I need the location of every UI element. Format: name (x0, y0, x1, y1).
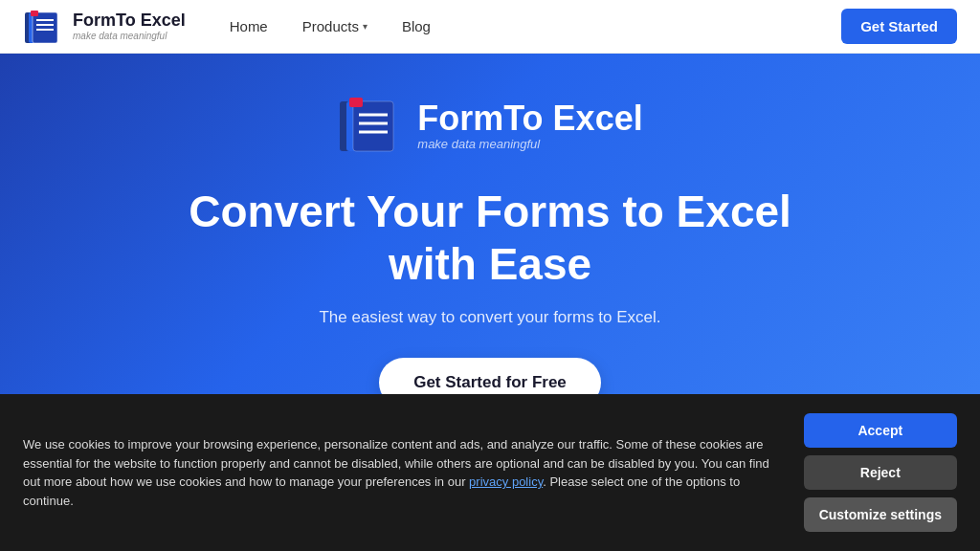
hero-title-line1: Convert Your Forms to Excel (189, 187, 791, 236)
hero-logo-name: FormTo Excel (417, 99, 642, 138)
brand-tagline: make data meaningful (73, 31, 186, 41)
cookie-banner: We use cookies to improve your browsing … (0, 394, 980, 551)
hero-logo: FormTo Excel make data meaningful (337, 92, 642, 159)
nav-home[interactable]: Home (216, 11, 281, 42)
cookie-reject-button[interactable]: Reject (804, 455, 957, 490)
brand-text: FormTo Excel make data meaningful (73, 11, 186, 41)
svg-rect-13 (349, 98, 363, 107)
navbar: FormTo Excel make data meaningful Home P… (0, 0, 980, 54)
cookie-buttons: Accept Reject Customize settings (804, 413, 957, 532)
cookie-customize-button[interactable]: Customize settings (804, 497, 957, 532)
svg-rect-9 (353, 101, 393, 151)
nav-links: Home Products ▾ Blog (216, 11, 841, 42)
cookie-text: We use cookies to improve your browsing … (23, 435, 781, 510)
brand-logo-link[interactable]: FormTo Excel make data meaningful (23, 7, 186, 47)
hero-title-line2: with Ease (389, 239, 591, 289)
hero-logo-tagline: make data meaningful (417, 137, 642, 151)
brand-logo-icon (23, 7, 63, 47)
chevron-down-icon: ▾ (363, 21, 368, 32)
hero-title: Convert Your Forms to Excel with Ease (189, 186, 791, 291)
svg-rect-6 (31, 11, 38, 16)
hero-logo-text: FormTo Excel make data meaningful (417, 99, 642, 152)
nav-blog[interactable]: Blog (389, 11, 444, 42)
svg-rect-2 (33, 12, 57, 43)
nav-products[interactable]: Products ▾ (289, 11, 381, 42)
navbar-cta-area: Get Started (841, 9, 957, 44)
cookie-privacy-link[interactable]: privacy policy (469, 474, 543, 489)
cookie-accept-button[interactable]: Accept (804, 413, 957, 448)
hero-subtitle: The easiest way to convert your forms to… (319, 308, 660, 327)
brand-name: FormTo Excel (73, 11, 186, 31)
get-started-nav-button[interactable]: Get Started (841, 9, 957, 44)
nav-products-label: Products (302, 18, 359, 34)
hero-logo-icon (337, 92, 404, 159)
